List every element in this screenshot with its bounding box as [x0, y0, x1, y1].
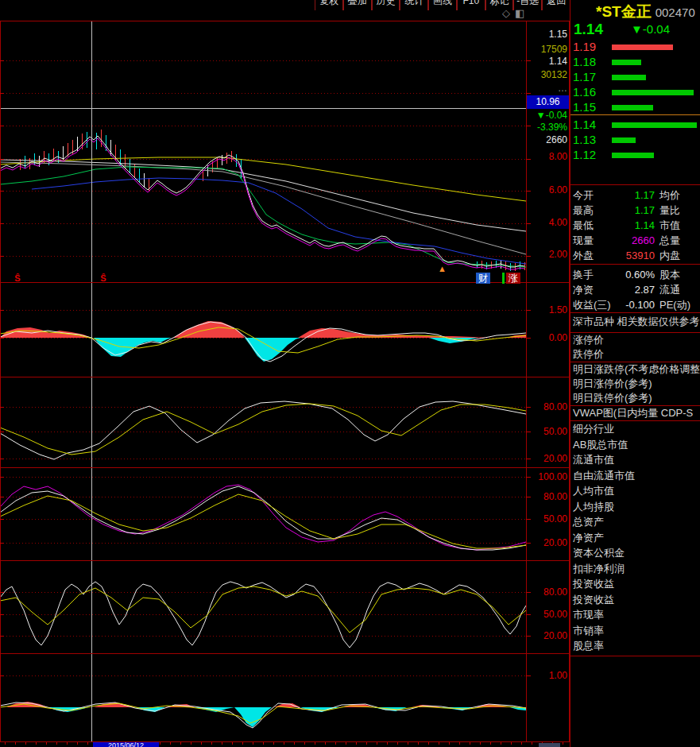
menu-item[interactable]: 自由流通市值 [570, 468, 700, 484]
triangle-marker-icon: ▲ [438, 264, 447, 273]
menu-item[interactable]: 明日涨跌停(不考虑价格调整 [570, 362, 700, 377]
osc-red-4 [274, 703, 300, 707]
menu-item[interactable]: 流通市值 [570, 452, 700, 468]
menu-item[interactable]: 跌停价 [570, 347, 700, 362]
axis-label: 4.00 [527, 216, 567, 229]
orderbook-price: 1.17 [573, 70, 596, 84]
indicator-menu: 涨停价跌停价明日涨跌停(不考虑价格调整明日涨停价(参考)明日跌停价(参考)VWA… [570, 332, 700, 654]
stat-row: 今开1.17均价 [570, 188, 700, 203]
diamond-icon[interactable]: ◇ [502, 7, 510, 19]
ma-white [0, 160, 526, 231]
axis-label: 50.00 [527, 513, 567, 525]
price-row: 1.14 ▼-0.04 [570, 21, 700, 38]
menu-item[interactable]: 明日涨停价(参考) [570, 377, 700, 391]
menu-item[interactable]: 明日跌停价(参考) [570, 391, 700, 405]
orderbook-row: 1.13 [570, 133, 700, 147]
menu-item[interactable]: 市现率 [570, 607, 700, 623]
toolbar-button[interactable]: 叠加 [343, 0, 372, 10]
charts-canvas [0, 0, 570, 747]
stat-value: 1.14 [601, 218, 655, 233]
orderbook-mid-separator [570, 114, 700, 115]
stat-label-2: 均价 [659, 188, 680, 203]
axis-label: 1.00 [527, 669, 567, 682]
menu-item[interactable]: 细分行业 [570, 421, 700, 437]
menu-group: 涨停价跌停价 [570, 333, 700, 362]
orderbook-row: 1.17 [570, 70, 700, 84]
orderbook-volume-bar [612, 137, 636, 143]
info-panel: *ST金正002470 1.14 ▼-0.04 1.191.181.171.16… [570, 0, 700, 747]
clipped-bottom-label [539, 743, 560, 747]
axis-label: 20.00 [527, 629, 567, 642]
stat-row: 收益(三)-0.100PE(动) [570, 297, 700, 312]
macd-cyan-3 [429, 338, 478, 343]
toolbar-button[interactable]: 历史 [372, 0, 400, 10]
menu-item[interactable]: 人均市值 [570, 483, 700, 499]
orderbook-row: 1.18 [570, 55, 700, 69]
osc-red-2 [94, 702, 135, 707]
osc-cyan-3 [195, 707, 234, 712]
axis-label: 50.00 [527, 608, 567, 621]
toolbar-button[interactable]: 画线 [428, 0, 457, 10]
osc-cyan-1 [48, 707, 89, 712]
menu-bottom-border [570, 656, 700, 656]
orderbook-row: 1.19 [570, 40, 700, 54]
menu-item[interactable]: 投资收益 [570, 576, 700, 592]
axis-label: 2.00 [527, 248, 567, 261]
toolbar: 复权叠加历史统计画线F10标记-自选返回 [315, 0, 570, 10]
stat-label: 最高 [573, 203, 594, 218]
axis-label: 2660 [527, 134, 567, 146]
kd-white [0, 401, 526, 459]
menu-item[interactable]: 市销率 [570, 623, 700, 639]
orderbook-price: 1.12 [573, 148, 596, 162]
orderbook-row: 1.12 [570, 148, 700, 162]
ma-blue [32, 178, 526, 264]
menu-item[interactable]: 总资产 [570, 514, 700, 530]
menu-item[interactable]: AB股总市值 [570, 437, 700, 453]
trading-app-window: 复权叠加历史统计画线F10标记-自选返回 ◇◧ 1.15175091.14301… [0, 0, 700, 747]
stat-label-2: 量比 [659, 203, 680, 218]
osc-yellow [0, 703, 526, 723]
menu-item[interactable]: 资本公积金 [570, 545, 700, 561]
stat-label: 今开 [573, 188, 594, 203]
orderbook-volume-bar [612, 90, 694, 95]
price-line [0, 136, 524, 267]
axis-label: 1.15 [527, 28, 567, 41]
wr-white [0, 582, 526, 648]
toolbar-button[interactable]: 复权 [315, 0, 343, 10]
menu-item[interactable]: 涨停价 [570, 333, 700, 347]
menu-group: 明日涨跌停(不考虑价格调整明日涨停价(参考)明日跌停价(参考) [570, 362, 700, 406]
menu-item[interactable]: 股息率 [570, 638, 700, 654]
osc-cyan-7 [441, 707, 474, 710]
toolbar-button[interactable]: 统计 [400, 0, 428, 10]
orderbook-price: 1.15 [573, 100, 596, 114]
stat-label-2: 总量 [659, 233, 680, 248]
stat-label: 换手 [573, 267, 594, 282]
menu-item[interactable]: 投资收益 [570, 592, 700, 608]
stat-value: 2660 [601, 233, 655, 248]
orderbook-price: 1.14 [573, 118, 596, 132]
menu-item[interactable]: 净资产 [570, 530, 700, 546]
osc-white [0, 702, 526, 728]
finance-badge[interactable]: 财 [476, 273, 490, 284]
orderbook-price: 1.16 [573, 85, 596, 99]
menu-item[interactable]: 扣非净利润 [570, 561, 700, 577]
osc-cyan-2 [135, 707, 165, 712]
toolbar-button[interactable]: F10 [457, 0, 485, 10]
stock-title: *ST金正002470 [596, 2, 695, 22]
ma-yellow-long [0, 157, 526, 201]
split-square-icon[interactable]: ◧ [515, 7, 524, 19]
kd-yellow [0, 404, 526, 455]
menu-item[interactable]: VWAP图(日内均量 CDP-S [570, 406, 700, 420]
macd-dif [0, 322, 526, 362]
axis-label: 8.00 [527, 150, 567, 163]
orderbook-volume-bar [612, 60, 641, 65]
orderbook-price: 1.13 [573, 133, 596, 147]
toolbar-button[interactable]: 返回 [542, 0, 570, 10]
orderbook-row: 1.14 [570, 118, 700, 132]
split-adjust-marker: Ŝ [99, 273, 108, 283]
stat-row: 现量2660总量 [570, 233, 700, 248]
osc-cyan-6 [373, 707, 407, 711]
menu-item[interactable]: 人均持股 [570, 499, 700, 515]
axis-label: 20.00 [527, 452, 567, 465]
limit-up-badge[interactable]: 涨 [506, 273, 520, 284]
